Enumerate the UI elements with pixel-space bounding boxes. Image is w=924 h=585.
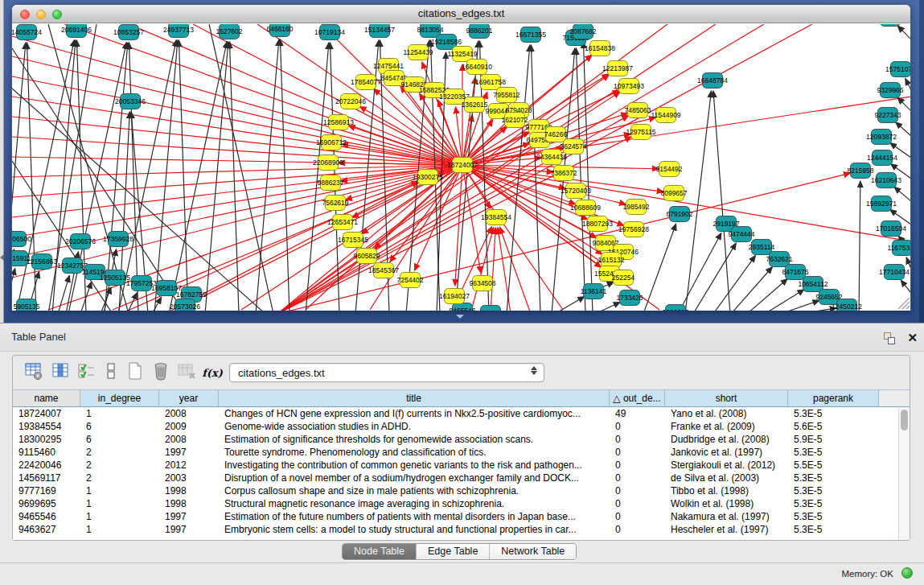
graph-node[interactable]: 15720403 xyxy=(561,183,591,199)
column-header-pagerank[interactable]: pagerank xyxy=(788,390,879,406)
graph-node[interactable]: 18661324 xyxy=(875,24,906,27)
graph-node[interactable]: 7254402 xyxy=(396,273,423,288)
tab-edge-table[interactable]: Edge Table xyxy=(416,544,489,559)
graph-node[interactable]: 1621072 xyxy=(501,113,528,128)
network-canvas[interactable]: 1405572420691406108532572493771315276026… xyxy=(12,24,910,311)
graph-node[interactable]: 1615132 xyxy=(598,253,624,268)
graph-node[interactable]: 12093872 xyxy=(866,130,897,145)
table-row[interactable]: 1830029562008Estimation of significance … xyxy=(13,433,910,446)
graph-node[interactable]: 10719134 xyxy=(314,25,345,40)
window-resize-grip[interactable] xyxy=(898,298,910,309)
graph-node[interactable]: 15751074 xyxy=(885,62,910,77)
graph-node[interactable]: 6466160 xyxy=(266,24,293,37)
zoom-window-button[interactable] xyxy=(52,10,62,19)
graph-node[interactable]: 1136141 xyxy=(581,284,607,299)
graph-node[interactable]: 15134457 xyxy=(364,24,395,38)
graph-node[interactable]: 9463627 xyxy=(477,306,503,311)
graph-node[interactable]: 12156863 xyxy=(27,254,57,270)
close-window-button[interactable] xyxy=(20,10,30,19)
graph-node[interactable]: 15892971 xyxy=(866,196,897,212)
table-row[interactable]: 977716911998Corpus callosum shape and si… xyxy=(13,484,910,497)
graph-node[interactable]: 9227343 xyxy=(874,108,901,123)
graph-node[interactable]: 18545367 xyxy=(368,263,399,278)
graph-node[interactable]: 23206500 xyxy=(12,232,31,247)
graph-node[interactable]: 18807293 xyxy=(582,216,613,232)
split-pane-grabber[interactable] xyxy=(456,315,464,319)
window-title-bar[interactable]: citations_edges.txt xyxy=(12,5,910,23)
graph-node[interactable]: 5905135 xyxy=(13,299,39,311)
tab-node-table[interactable]: Node Table xyxy=(343,544,416,559)
graph-node[interactable]: 11675333 xyxy=(887,241,910,256)
graph-node[interactable]: 8099657 xyxy=(660,186,687,201)
float-window-icon[interactable] xyxy=(884,332,897,345)
graph-node[interactable]: 8215958 xyxy=(847,163,873,179)
table-row[interactable]: 946362711997Embryonic stem cells: a mode… xyxy=(13,523,910,536)
column-header-out_de[interactable]: △ out_de... xyxy=(610,390,665,406)
graph-node[interactable]: 1733426 xyxy=(616,290,643,306)
graph-node[interactable]: 16210643 xyxy=(871,173,901,188)
graph-node[interactable]: 11544909 xyxy=(651,108,680,123)
graph-node[interactable]: 7485063 xyxy=(624,103,651,118)
graph-node[interactable]: 14055724 xyxy=(12,25,42,40)
table-row[interactable]: 1872400712008Changes of HCN gene express… xyxy=(13,407,910,420)
scrollbar-thumb[interactable] xyxy=(901,410,908,431)
graph-node[interactable]: 16194027 xyxy=(439,289,470,304)
graph-node[interactable]: 746266 xyxy=(544,127,568,142)
function-builder-button[interactable]: f(x) xyxy=(201,361,224,384)
table-vertical-scrollbar[interactable] xyxy=(898,407,910,540)
table-row[interactable]: 911546021997Tourette syndrome. Phenomeno… xyxy=(13,446,910,459)
graph-node[interactable]: 9886201 xyxy=(466,24,492,39)
network-table-selector[interactable]: citations_edges.txt xyxy=(229,363,544,382)
graph-node[interactable]: 10853257 xyxy=(113,25,144,40)
graph-node[interactable]: 9329966 xyxy=(877,83,903,98)
table-row[interactable]: 946554611997Estimation of the future num… xyxy=(13,510,910,523)
graph-node[interactable]: 6791902 xyxy=(666,207,692,222)
graph-node[interactable]: 20691406 xyxy=(61,24,92,38)
table-row[interactable]: 1456911722003Disruption of a novel membe… xyxy=(13,472,910,484)
table-mode-button[interactable] xyxy=(23,361,45,384)
memory-status-indicator[interactable] xyxy=(901,567,913,579)
graph-node[interactable]: 16154838 xyxy=(585,41,615,56)
graph-node[interactable]: 9474444 xyxy=(728,227,754,242)
tab-network-table[interactable]: Network Table xyxy=(489,544,576,559)
minimize-window-button[interactable] xyxy=(36,10,46,19)
graph-node[interactable]: 16715345 xyxy=(338,233,368,248)
close-panel-icon[interactable]: ✕ xyxy=(907,330,918,346)
graph-node[interactable]: 12213987 xyxy=(602,61,633,76)
graph-node[interactable]: 9605829 xyxy=(353,249,380,264)
graph-node[interactable]: 1362615 xyxy=(461,97,487,113)
graph-node[interactable]: 17016504 xyxy=(876,221,906,237)
table-row[interactable]: 969969511998Structural magnetic resonanc… xyxy=(13,497,910,510)
graph-node[interactable]: 16648784 xyxy=(697,73,728,89)
graph-node[interactable]: 7562619 xyxy=(322,196,348,211)
graph-node[interactable]: 12444154 xyxy=(867,150,897,166)
graph-node[interactable]: 7386372 xyxy=(550,166,577,181)
graph-node[interactable]: 20053346 xyxy=(115,94,146,109)
splitter-collapse-icon[interactable] xyxy=(0,254,4,261)
graph-node[interactable]: 17710434 xyxy=(879,265,910,280)
column-header-year[interactable]: year xyxy=(159,390,219,406)
graph-node[interactable]: 1985492 xyxy=(622,200,649,215)
delete-row-button[interactable] xyxy=(150,361,172,384)
graph-node[interactable]: 20206576 xyxy=(65,234,96,249)
column-header-title[interactable]: title xyxy=(219,390,610,406)
graph-node[interactable]: 1527602 xyxy=(216,24,242,39)
graph-node[interactable]: 2087682 xyxy=(569,24,596,39)
row-selection-button[interactable] xyxy=(76,361,98,384)
graph-node[interactable]: 17854077 xyxy=(351,75,381,90)
graph-node[interactable]: 10688609 xyxy=(570,200,601,216)
show-columns-button[interactable] xyxy=(50,361,72,384)
control-panel-splitter[interactable] xyxy=(0,0,4,323)
graph-node[interactable]: 16671355 xyxy=(515,27,546,43)
column-header-short[interactable]: short xyxy=(665,390,788,406)
new-document-button[interactable] xyxy=(124,361,146,384)
column-header-in_degree[interactable]: in_degree xyxy=(80,390,159,406)
table-row[interactable]: 1938455462009Genome-wide association stu… xyxy=(13,420,910,433)
graph-node[interactable]: 24937713 xyxy=(163,24,194,38)
delete-table-button[interactable] xyxy=(175,361,198,384)
graph-node[interactable]: 9886237 xyxy=(317,175,343,191)
graph-node[interactable]: 7955812 xyxy=(493,88,519,103)
column-header-name[interactable]: name xyxy=(13,390,80,406)
table-row[interactable]: 2242004622012Investigating the contribut… xyxy=(13,459,910,472)
merge-rows-button[interactable] xyxy=(100,361,122,384)
